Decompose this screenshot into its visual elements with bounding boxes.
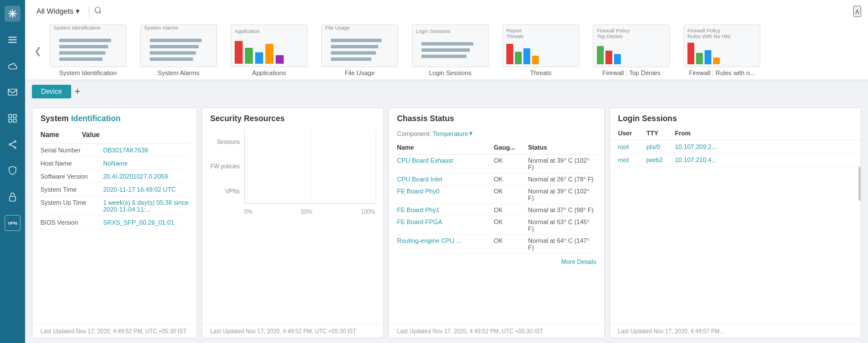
collapse-button[interactable]: ∧ (853, 6, 861, 17)
system-identification-label: System Identification (59, 69, 117, 76)
login-sessions-thumbnail: Login Sessions (412, 24, 489, 67)
svg-point-9 (95, 7, 100, 13)
widget-bar: All Widgets ▾ ∧ ❮ System Identification (25, 0, 868, 80)
share-icon[interactable] (5, 137, 21, 152)
login-col-headers: User TTY From (610, 127, 861, 140)
table-row: root jweb2 10.107.210.4... (610, 154, 861, 167)
table-row: Software Version 20.4I-20201027.0.2059 (40, 170, 189, 183)
fw-policies-label: FW policies (210, 163, 240, 170)
login-sessions-footer: Last Updated Nov 17, 2020, 4:49:57 PM... (610, 324, 861, 338)
envelope-icon[interactable] (5, 84, 21, 100)
svg-rect-8 (10, 196, 16, 201)
table-row: System Time 2020-11-17 16:49:02 UTC (40, 183, 189, 196)
widget-bar-left: All Widgets ▾ (32, 5, 102, 18)
component-dropdown-arrow[interactable]: ▾ (469, 130, 473, 137)
threats-widget[interactable]: Report Threats Threats (497, 22, 585, 80)
svg-point-5 (14, 140, 16, 142)
login-sessions-label: Login Sessions (429, 69, 472, 76)
application-thumbnail: Application (231, 24, 308, 67)
table-row: Host Name NoName (40, 157, 189, 170)
application-label: Applications (252, 69, 286, 76)
system-alarms-label: System Alarms (158, 69, 199, 76)
security-resources-title: Security Resources (202, 108, 383, 127)
table-row: FE Board FPGA OK Normal at 63° C (145° F… (397, 216, 596, 235)
sidebar: VPN (0, 0, 25, 343)
menu-icon[interactable] (5, 32, 21, 48)
system-id-col-headers: Name Value (40, 127, 189, 144)
system-id-footer: Last Updated Nov 17, 2020, 4:49:52 PM, U… (32, 324, 196, 338)
component-dropdown[interactable]: Temperature (433, 130, 468, 137)
table-row: CPU Board Inlet OK Normal at 26° C (78° … (397, 173, 596, 185)
login-sessions-card: Login Sessions User TTY From root pts/0 … (609, 108, 861, 338)
x-label-100: 100% (361, 209, 375, 215)
firewall-rules-thumbnail: Firewall Policy Rules With No Hits (683, 24, 760, 67)
chart-icon[interactable] (5, 110, 21, 126)
search-button[interactable] (94, 6, 102, 16)
dashboard: System Identification Name Value Serial … (25, 103, 868, 343)
system-id-card: System Identification Name Value Serial … (32, 108, 197, 338)
lock-icon[interactable] (5, 189, 21, 205)
system-id-title: System Identification (32, 108, 196, 127)
firewall-top-denies-thumbnail: Firewall Policy Top Denies (593, 24, 670, 67)
chassis-status-title: Chassis Status (389, 108, 604, 127)
chassis-table: Name Gaug... Status CPU Board Exhaust OK… (389, 142, 604, 256)
file-usage-label: File Usage (345, 69, 375, 76)
cloud-icon[interactable] (5, 58, 21, 74)
widget-carousel: ❮ System Identification (32, 22, 861, 80)
vpn-icon[interactable]: VPN (5, 215, 21, 231)
svg-rect-0 (9, 89, 17, 96)
system-identification-widget[interactable]: System Identification System Identificat… (44, 22, 132, 80)
system-alarms-thumbnail: System Alarms (140, 24, 217, 67)
table-row: FE Board Phy0 OK Normal at 39° C (102° F… (397, 185, 596, 204)
firewall-top-denies-label: Firewall : Top Denies (603, 69, 661, 76)
system-alarms-widget[interactable]: System Alarms System Alarms (134, 22, 223, 80)
system-identification-thumbnail: System Identification (50, 24, 126, 67)
security-resources-body: Sessions FW policies VPNs (202, 127, 383, 324)
x-label-0: 0% (244, 209, 252, 215)
application-widget[interactable]: Application Applications (225, 22, 313, 80)
x-label-50: 50% (301, 209, 312, 215)
tab-bar: Device + (25, 80, 868, 103)
svg-point-7 (14, 147, 16, 148)
svg-rect-4 (14, 119, 17, 122)
chassis-status-card: Chassis Status Component: Temperature ▾ … (388, 108, 605, 338)
vpns-label: VPNs (225, 188, 240, 195)
device-tab[interactable]: Device (32, 85, 71, 98)
svg-rect-3 (9, 119, 11, 122)
all-widgets-button[interactable]: All Widgets ▾ (32, 5, 84, 18)
add-tab-button[interactable]: + (75, 86, 81, 97)
main-content: All Widgets ▾ ∧ ❮ System Identification (25, 0, 868, 343)
svg-rect-2 (14, 114, 17, 117)
security-resources-card: Security Resources Sessions FW policies … (202, 108, 384, 338)
carousel-prev-button[interactable]: ❮ (32, 46, 44, 56)
file-usage-widget[interactable]: File Usage File Usage (316, 22, 404, 80)
sessions-label: Sessions (216, 139, 240, 145)
security-resources-footer: Last Updated Nov 17, 2020, 4:49:52 PM, U… (202, 324, 383, 338)
threats-label: Threats (530, 69, 551, 76)
file-usage-thumbnail: File Usage (321, 24, 398, 67)
table-row: Serial Number DB3017AK7639 (40, 144, 189, 157)
table-row: CPU Board Exhaust OK Normal at 39° C (10… (397, 155, 596, 173)
firewall-rules-label: Firewall : Rules with n... (689, 69, 755, 76)
chassis-component-bar: Component: Temperature ▾ (389, 127, 604, 142)
table-row: root pts/0 10.107.209.2... (610, 140, 861, 154)
login-sessions-widget[interactable]: Login Sessions Login Sessions (406, 22, 494, 80)
firewall-top-denies-widget[interactable]: Firewall Policy Top Denies Firewall : To… (587, 22, 675, 80)
system-id-table: Name Value Serial Number DB3017AK7639 Ho… (32, 127, 196, 234)
snowflake-icon[interactable] (5, 6, 21, 22)
svg-point-6 (9, 144, 11, 146)
threats-thumbnail: Report Threats (502, 24, 579, 67)
widget-items-container: System Identification System Identificat… (44, 22, 861, 80)
firewall-rules-widget[interactable]: Firewall Policy Rules With No Hits Firew… (678, 22, 766, 80)
table-row: Routing-engine CPU ... OK Normal at 64° … (397, 235, 596, 254)
shield-icon[interactable] (5, 163, 21, 179)
table-row: BIOS Version SRXS_SFP_00.26_01.01 (40, 216, 189, 229)
more-details-link[interactable]: More Details (389, 256, 604, 267)
divider (89, 6, 89, 17)
svg-rect-1 (9, 114, 11, 117)
chevron-down-icon: ▾ (76, 7, 80, 15)
table-row: System Up Time 1 week(s) 6 day(s) 05:36 … (40, 196, 189, 216)
login-sessions-card-title: Login Sessions (610, 108, 861, 127)
widget-bar-header: All Widgets ▾ ∧ (32, 5, 861, 18)
chassis-col-headers: Name Gaug... Status (397, 142, 596, 155)
